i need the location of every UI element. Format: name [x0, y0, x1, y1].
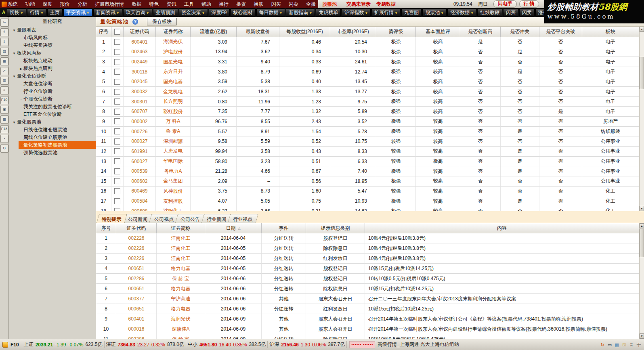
- table-row[interactable]: 7300301长方照明0.8011.961.239.75极强较高否否否电子: [96, 97, 639, 107]
- table-header-cell[interactable]: 势评级: [376, 27, 416, 37]
- key-icon[interactable]: ⚿: [621, 342, 627, 348]
- scroll-thumb[interactable]: [640, 57, 644, 89]
- row-checkbox[interactable]: [114, 49, 120, 55]
- row-checkbox[interactable]: [114, 178, 120, 184]
- table-header-cell[interactable]: 证券简称: [157, 223, 205, 233]
- toolbar-button[interactable]: 龙虎榜单: [316, 8, 341, 17]
- row-checkbox[interactable]: [114, 208, 120, 211]
- toolbar-button[interactable]: 资金决策▼: [179, 8, 208, 17]
- toolbar-button[interactable]: 主页: [47, 8, 63, 17]
- row-checkbox[interactable]: [114, 168, 120, 174]
- up-arrow-icon[interactable]: ⇧: [0, 28, 8, 36]
- scroll-up-arrow[interactable]: ▲: [640, 27, 644, 32]
- antenna-icon[interactable]: 干: [636, 342, 642, 348]
- table-header-cell[interactable]: 是否创新高: [460, 27, 501, 37]
- switch-a-icon[interactable]: A: [1, 10, 6, 15]
- toolbar-button[interactable]: 玖天咨询▼: [123, 8, 152, 17]
- scroll-thumb[interactable]: [640, 229, 644, 257]
- table-row[interactable]: 9000002万 科A96.768.552.433.52极强较高否否否房地产: [96, 117, 639, 127]
- tree-item[interactable]: ·中线买卖决策: [9, 42, 96, 49]
- menu-item[interactable]: 闪买: [271, 1, 281, 8]
- row-checkbox[interactable]: [114, 69, 120, 75]
- tree-item[interactable]: ▶板块热点研判: [9, 65, 96, 72]
- menu-item[interactable]: 功能: [25, 1, 35, 8]
- menu-item[interactable]: 换资: [236, 1, 246, 8]
- row-checkbox[interactable]: [114, 89, 120, 95]
- table-header-cell[interactable]: 日期△: [205, 223, 262, 233]
- toolbar-button[interactable]: 平安资讯▼: [63, 8, 92, 17]
- menu-item-stock-pool[interactable]: 股票池: [322, 1, 341, 8]
- menu-item[interactable]: 数据: [132, 1, 141, 8]
- table-row[interactable]: 15000602金马集团2.09–0.5618.95极强较高否否否公用事业: [96, 176, 639, 187]
- toolbar-button[interactable]: 业绩预测: [153, 8, 178, 17]
- row-checkbox[interactable]: [114, 59, 120, 65]
- table-row[interactable]: 6300032金龙机电2.6218.311.3313.77极强较高否否否电子: [96, 87, 639, 97]
- table-header-cell[interactable]: 证券代码: [124, 27, 156, 37]
- table-header-cell[interactable]: 序号: [96, 223, 116, 233]
- menu-item[interactable]: 帮助: [201, 1, 211, 8]
- table-row[interactable]: 5002286保 龄 宝2014-06-06分红送转股权登记日10转10派0.5…: [96, 274, 639, 284]
- table-row[interactable]: 10000726鲁 泰A5.578.911.545.78极强较高否是否纺织服装: [96, 127, 639, 137]
- fn-icon[interactable]: F18: [0, 125, 8, 133]
- refresh-icon[interactable]: ↻: [600, 342, 605, 348]
- toolbar-button[interactable]: 行情▼: [27, 8, 46, 17]
- table-header-cell[interactable]: 事件: [262, 223, 306, 233]
- toolbar-button[interactable]: 每日数据▼: [256, 8, 285, 17]
- table-header-cell[interactable]: 证券简称: [156, 27, 191, 37]
- tree-item[interactable]: ·强势优选股票池: [9, 149, 96, 157]
- tree-item[interactable]: ·大盘仓位诊断: [9, 80, 96, 88]
- row-checkbox[interactable]: [114, 188, 120, 194]
- tree-item[interactable]: ·日线仓位建仓股票池: [9, 126, 96, 134]
- toolbar-button[interactable]: 切换▼: [7, 8, 26, 17]
- quick-action-button[interactable]: 行 情: [519, 0, 539, 8]
- table-row[interactable]: 4300118东方日升3.808.790.6912.74极强较高否是否电子: [96, 67, 639, 77]
- status-folder-icon[interactable]: [2, 342, 8, 348]
- table-row[interactable]: 3002449国星光电3.319.400.3324.61极强较高否否否电子: [96, 57, 639, 67]
- signal-icon[interactable]: ʭ: [629, 342, 634, 348]
- toolbar-button[interactable]: 股票池▼: [422, 8, 447, 17]
- menu-item[interactable]: 换肤: [254, 1, 263, 8]
- candlestick-icon[interactable]: ▥: [0, 77, 8, 85]
- image-icon[interactable]: ▣: [0, 106, 8, 114]
- line-chart-icon[interactable]: ↗: [0, 67, 8, 75]
- table-row[interactable]: 18000698沈阳化工6.273.660.3114.63极强较高否否否化工: [96, 206, 639, 211]
- quick-action-button[interactable]: 闪电手: [493, 0, 517, 8]
- row-checkbox[interactable]: [114, 99, 120, 105]
- tree-item[interactable]: ·ETF基金仓位诊断: [9, 111, 96, 118]
- menu-item[interactable]: 闪卖: [289, 1, 298, 8]
- tree-group-item[interactable]: ▼量化仓位诊断: [9, 72, 96, 80]
- table-row[interactable]: 6000651格力电器2014-06-06分红送转除权除息日10派15元(扣税后…: [96, 284, 639, 294]
- row-checkbox[interactable]: [114, 109, 120, 115]
- toolbar-button[interactable]: 新闻资讯▼: [93, 8, 122, 17]
- save-board-button[interactable]: 保存板块: [147, 18, 177, 25]
- table-header-cell[interactable]: 提示信息类别: [306, 223, 365, 233]
- table-header-cell[interactable]: [111, 27, 124, 37]
- menu-item[interactable]: 换行: [219, 1, 229, 8]
- toolbar-button[interactable]: 新股指南▼: [286, 8, 315, 17]
- menu-item[interactable]: 资讯: [167, 1, 176, 8]
- building-icon[interactable]: ▦: [614, 342, 620, 348]
- menu-item[interactable]: 工具: [184, 1, 194, 8]
- row-checkbox[interactable]: [114, 198, 120, 204]
- table-header-cell[interactable]: 是否平台突破: [539, 27, 582, 37]
- table-header-cell[interactable]: 是否冲关: [501, 27, 539, 37]
- tree-item[interactable]: ·我关注的股票仓位诊断: [9, 103, 96, 111]
- percent-icon[interactable]: ◔: [0, 135, 8, 143]
- row-checkbox[interactable]: [114, 118, 120, 124]
- table-row[interactable]: 4000651格力电器2014-06-05分红送转股权登记日10派15元(扣税后…: [96, 264, 639, 274]
- table-header-cell[interactable]: 证券代码: [116, 223, 157, 233]
- table-header-cell[interactable]: 流通盘(亿股): [191, 27, 237, 37]
- toolbar-button[interactable]: 经济数据▼: [447, 8, 476, 17]
- tab-特别提示[interactable]: 特别提示: [96, 214, 127, 223]
- report-icon[interactable]: ▤: [0, 48, 8, 56]
- menu-item[interactable]: 扩展市场行情: [95, 1, 124, 8]
- row-checkbox[interactable]: [114, 79, 120, 85]
- table-row[interactable]: 2002226江南化工2014-06-05分红送转除权除息日10派4元(扣税后1…: [96, 243, 639, 254]
- mail-icon[interactable]: ▭: [607, 342, 613, 348]
- row-checkbox[interactable]: [114, 158, 120, 164]
- table-row[interactable]: 2002463沪电股份13.943.620.3410.30极强极高否是否电子: [96, 47, 639, 57]
- f10-icon[interactable]: F10: [0, 96, 8, 104]
- table-row[interactable]: 11000027深圳能源9.585.590.5210.75较强较高否否否公用事业: [96, 136, 639, 147]
- table-row[interactable]: 16600469风神股份3.758.731.605.47较强较高否否否化工: [96, 187, 639, 197]
- table-row[interactable]: 8600707彩虹股份7.357.771.325.89极强较高否否是电子: [96, 107, 639, 117]
